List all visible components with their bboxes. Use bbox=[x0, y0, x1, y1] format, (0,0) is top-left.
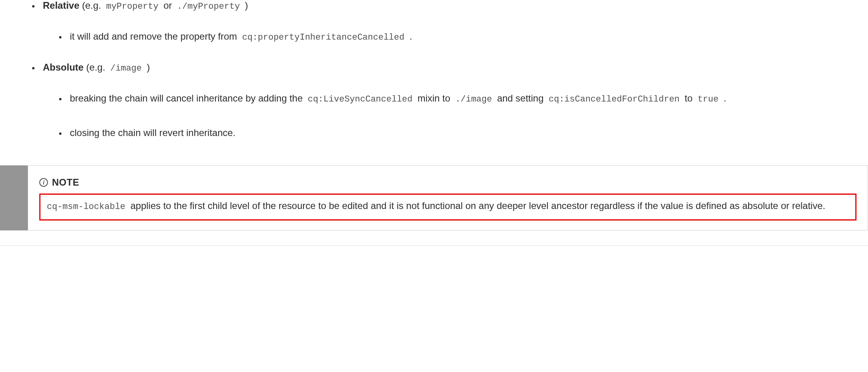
relative-sub1-prefix: it will add and remove the property from bbox=[70, 31, 240, 42]
note-body-text: applies to the first child level of the … bbox=[128, 200, 825, 211]
absolute-code-1: /image bbox=[108, 63, 144, 73]
relative-sub1-code: cq:propertyInheritanceCancelled bbox=[240, 33, 407, 42]
note-label: NOTE bbox=[52, 177, 79, 188]
relative-label: Relative bbox=[43, 0, 79, 11]
info-icon: i bbox=[39, 178, 48, 187]
relative-eg-open: (e.g. bbox=[82, 0, 104, 11]
note-box: i NOTE cq-msm-lockable applies to the fi… bbox=[28, 165, 868, 230]
absolute-eg-open: (e.g. bbox=[86, 62, 108, 73]
note-body: cq-msm-lockable applies to the first chi… bbox=[39, 194, 856, 220]
relative-or: or bbox=[161, 0, 175, 11]
note-body-code: cq-msm-lockable bbox=[44, 202, 128, 212]
relative-code-1: myProperty bbox=[104, 2, 161, 12]
note-callout: i NOTE cq-msm-lockable applies to the fi… bbox=[0, 165, 868, 230]
relative-sub-1: it will add and remove the property from… bbox=[67, 27, 844, 46]
bottom-divider bbox=[0, 245, 868, 246]
absolute-sub2-text: closing the chain will revert inheritanc… bbox=[70, 127, 236, 138]
relative-code-2: ./myProperty bbox=[175, 2, 242, 12]
absolute-sub1-code4: true bbox=[695, 94, 721, 104]
absolute-sub1-suffix: . bbox=[721, 93, 726, 104]
note-accent-bar bbox=[0, 165, 28, 230]
absolute-sub1-mid1: mixin to bbox=[415, 93, 453, 104]
relative-item: Relative (e.g. myProperty or ./myPropert… bbox=[40, 0, 844, 46]
absolute-sub1-code1: cq:LiveSyncCancelled bbox=[305, 94, 415, 104]
absolute-sublist: breaking the chain will cancel inheritan… bbox=[43, 89, 844, 142]
absolute-sub-1: breaking the chain will cancel inheritan… bbox=[67, 89, 844, 108]
absolute-sub-2: closing the chain will revert inheritanc… bbox=[67, 124, 844, 142]
relative-sublist: it will add and remove the property from… bbox=[43, 27, 844, 46]
relative-sub1-suffix: . bbox=[407, 31, 412, 42]
absolute-sub1-mid2: and setting bbox=[494, 93, 546, 104]
document-content: Relative (e.g. myProperty or ./myPropert… bbox=[0, 0, 868, 142]
note-header: i NOTE bbox=[39, 177, 856, 188]
absolute-sub1-prefix: breaking the chain will cancel inheritan… bbox=[70, 93, 305, 104]
absolute-label: Absolute bbox=[43, 62, 84, 73]
absolute-sub1-code2: ./image bbox=[453, 94, 494, 104]
absolute-sub1-code3: cq:isCancelledForChildren bbox=[546, 94, 682, 104]
outer-bullet-list: Relative (e.g. myProperty or ./myPropert… bbox=[24, 0, 844, 142]
absolute-item: Absolute (e.g. /image ) breaking the cha… bbox=[40, 62, 844, 142]
absolute-eg-close: ) bbox=[144, 62, 150, 73]
relative-eg-close: ) bbox=[242, 0, 248, 11]
absolute-sub1-mid3: to bbox=[682, 93, 695, 104]
